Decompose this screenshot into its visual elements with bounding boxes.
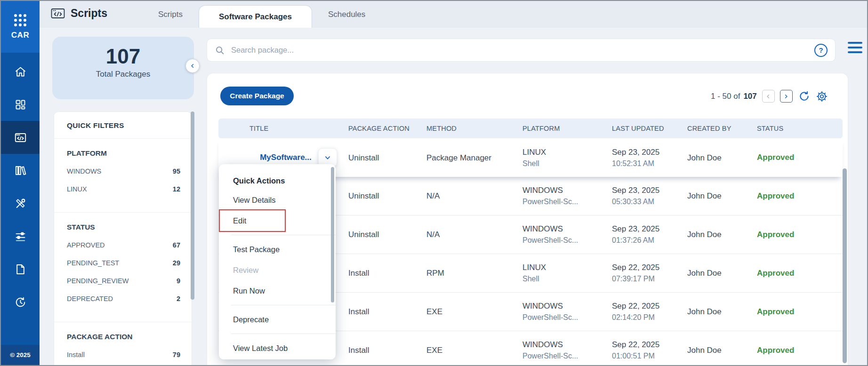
filter-item-approved[interactable]: APPROVED 67: [54, 236, 192, 254]
tab-bar: Scripts Software Packages Schedules: [142, 1, 381, 28]
divider: [231, 305, 336, 305]
search-input[interactable]: [231, 46, 808, 55]
cell-created-by: John Doe: [687, 331, 757, 366]
filter-item-deprecated[interactable]: DEPRECATED 2: [54, 290, 192, 308]
column-created-by: CREATED BY: [687, 125, 757, 132]
sidebar-item-library[interactable]: [1, 154, 40, 187]
column-method: METHOD: [426, 125, 522, 132]
tab-software-packages[interactable]: Software Packages: [199, 5, 312, 28]
filter-section-platform: PLATFORM WINDOWS 95 LINUX 12: [54, 139, 192, 212]
search-icon: [215, 45, 225, 56]
sidebar: CAR: [1, 1, 40, 365]
chevron-down-icon: [323, 153, 332, 162]
filter-item-install[interactable]: Install 79: [54, 346, 192, 364]
page-title: Scripts: [51, 7, 107, 20]
tab-schedules[interactable]: Schedules: [312, 1, 381, 28]
cell-package-action: Install: [348, 293, 426, 331]
collapse-panel-button[interactable]: [185, 59, 200, 73]
dashboard-icon: [14, 98, 27, 111]
filter-label: WINDOWS: [67, 167, 101, 175]
menu-item-deprecate[interactable]: Deprecate: [219, 309, 336, 330]
table-header: TITLE PACKAGE ACTION METHOD PLATFORM LAS…: [218, 119, 843, 138]
filter-item-linux[interactable]: LINUX 12: [54, 180, 192, 198]
scripts-title-icon: [51, 8, 65, 19]
menu-item-view-details[interactable]: View Details: [219, 190, 336, 210]
package-title-link[interactable]: MySoftware...: [260, 153, 312, 162]
sidebar-item-settings-sliders[interactable]: [1, 220, 40, 253]
menu-scrollbar[interactable]: [331, 167, 334, 302]
create-package-button[interactable]: Create Package: [220, 87, 294, 105]
status-badge: Approved: [757, 153, 843, 162]
cell-platform: WINDOWSPowerShell-Sc...: [522, 331, 612, 366]
cell-method: EXE: [426, 331, 522, 366]
cell-created-by: John Doe: [687, 138, 757, 177]
cell-last-updated: Sep 23, 202510:52:31 AM: [612, 138, 687, 177]
sidebar-item-dashboard[interactable]: [1, 88, 40, 121]
table-settings-button[interactable]: [816, 90, 828, 103]
quick-actions-menu-header: Quick Actions: [219, 172, 336, 190]
quick-actions-menu: Quick Actions View Details Edit Test Pac…: [219, 164, 336, 359]
status-badge: Approved: [757, 191, 843, 201]
sidebar-nav: [1, 55, 40, 318]
app-grid-icon: [14, 14, 26, 26]
topbar: Scripts Scripts Software Packages Schedu…: [40, 1, 867, 28]
cell-status: Approved: [757, 331, 843, 366]
cell-method: EXE: [426, 293, 522, 331]
sidebar-item-documents[interactable]: [1, 253, 40, 286]
sidebar-item-home[interactable]: [1, 55, 40, 88]
cell-status: Approved: [757, 215, 843, 254]
filter-item-pending-test[interactable]: PENDING_TEST 29: [54, 254, 192, 272]
sidebar-item-history[interactable]: [1, 286, 40, 318]
divider: [231, 334, 336, 334]
sidebar-item-tools[interactable]: [1, 187, 40, 220]
filter-item-windows[interactable]: WINDOWS 95: [54, 162, 192, 180]
filters-scrollbar[interactable]: [191, 111, 194, 300]
menu-item-view-latest-job[interactable]: View Latest Job: [219, 338, 336, 358]
cell-method: Package Manager: [426, 138, 522, 177]
filter-item-pending-review[interactable]: PENDING_REVIEW 9: [54, 272, 192, 290]
cell-last-updated: Sep 23, 202501:37:26 AM: [612, 215, 687, 254]
menu-hamburger-icon[interactable]: [848, 42, 862, 56]
cell-created-by: John Doe: [687, 215, 757, 254]
status-badge: Approved: [757, 346, 843, 355]
pagination-total: 107: [743, 92, 756, 101]
home-icon: [14, 65, 27, 78]
menu-item-review: Review: [219, 260, 336, 280]
previous-page-button: [762, 90, 775, 103]
sidebar-item-scripts[interactable]: [1, 121, 40, 154]
cell-method: N/A: [426, 215, 522, 254]
app-window: CAR: [0, 0, 868, 366]
cell-method: RPM: [426, 254, 522, 292]
quick-filters-panel: QUICK FILTERS PLATFORM WINDOWS 95 LINUX …: [54, 111, 192, 366]
filter-count: 2: [177, 295, 180, 302]
cell-package-action: Install: [348, 254, 426, 292]
sliders-icon: [14, 230, 27, 243]
cell-platform: LINUXShell: [522, 254, 612, 292]
cell-created-by: John Doe: [687, 254, 757, 292]
cell-last-updated: Sep 22, 202502:14:20 PM: [612, 293, 687, 331]
filter-count: 29: [173, 259, 180, 267]
menu-item-run-now[interactable]: Run Now: [219, 280, 336, 301]
cell-platform: WINDOWSPowerShell-Sc...: [522, 293, 612, 331]
cell-platform: WINDOWSPowerShell-Sc...: [522, 215, 612, 254]
table-scrollbar[interactable]: [843, 168, 847, 363]
tab-scripts[interactable]: Scripts: [142, 1, 199, 28]
help-icon[interactable]: ?: [814, 44, 828, 57]
column-platform: PLATFORM: [522, 125, 612, 132]
menu-item-test-package[interactable]: Test Package: [219, 239, 336, 260]
refresh-button[interactable]: [798, 90, 811, 103]
library-icon: [14, 164, 27, 177]
filter-label: PENDING_REVIEW: [67, 277, 129, 285]
app-logo[interactable]: CAR: [1, 1, 40, 53]
next-page-button[interactable]: [780, 90, 793, 103]
filter-label: PENDING_TEST: [67, 259, 119, 267]
cell-platform: LINUXShell: [522, 138, 612, 177]
cell-status: Approved: [757, 177, 843, 215]
refresh-icon: [798, 90, 810, 102]
cell-last-updated: Sep 22, 202507:39:17 PM: [612, 254, 687, 292]
page-title-text: Scripts: [71, 7, 107, 20]
total-packages-label: Total Packages: [52, 70, 194, 79]
tools-icon: [14, 197, 27, 210]
filter-section-status: STATUS APPROVED 67 PENDING_TEST 29 PENDI…: [54, 213, 192, 322]
cell-last-updated: Sep 22, 202501:00:51 PM: [612, 331, 687, 366]
